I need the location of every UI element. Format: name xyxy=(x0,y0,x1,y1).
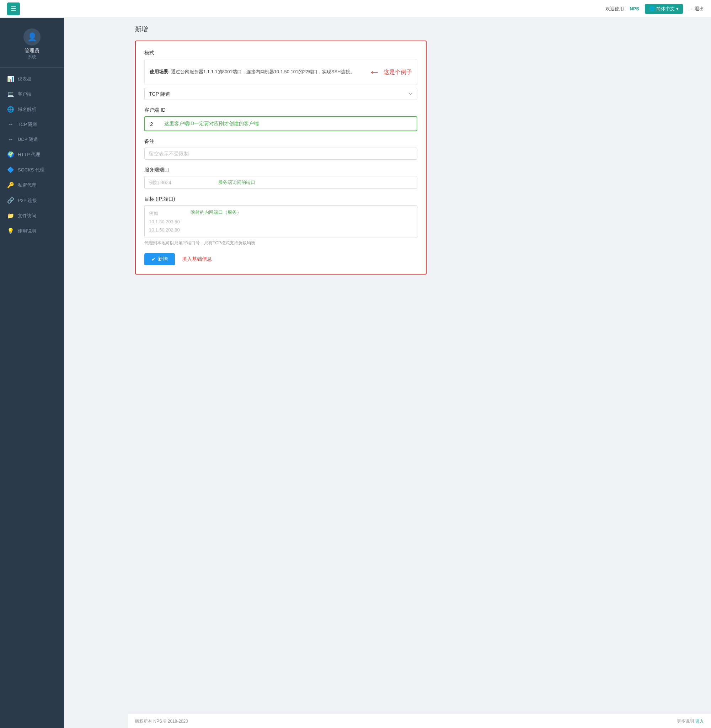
header-left: ☰ xyxy=(7,3,20,15)
mode-section: 模式 使用场景: 通过公网服务器1.1.1.1的8001端口，连接内网机器10.… xyxy=(145,50,417,100)
sidebar-item-private[interactable]: 🔑 私密代理 xyxy=(0,177,64,193)
example-text: 这是个例子 xyxy=(384,68,412,77)
hint-text: 通过公网服务器1.1.1.1的8001端口，连接内网机器10.1.50.101的… xyxy=(171,69,355,74)
welcome-text: 欢迎使用 xyxy=(605,6,624,12)
client-id-label: 客户端 ID xyxy=(145,107,417,114)
sidebar-item-docs[interactable]: 💡 使用说明 xyxy=(0,223,64,239)
target-placeholder-line2: 10.1.50.203:80 xyxy=(149,218,180,226)
dns-icon: 🌐 xyxy=(7,106,14,113)
sidebar: 👤 管理员 系统 📊 仪表盘 💻 客户端 🌐 域名解析 ↔ TCP 隧道 ↔ U… xyxy=(0,18,64,728)
udp-icon: ↔ xyxy=(7,136,14,143)
user-icon: 👤 xyxy=(27,32,37,41)
hint-right: ← 这是个例子 xyxy=(369,63,412,81)
logout-icon: → xyxy=(689,6,693,11)
user-role: 系统 xyxy=(28,54,36,60)
app-name: NPS xyxy=(630,6,639,11)
target-label: 目标 (IP:端口) xyxy=(145,196,417,202)
target-textarea-wrapper: 例如 10.1.50.203:80 10.1.50.202:80 映射的内网端口… xyxy=(145,205,417,238)
avatar: 👤 xyxy=(24,28,41,46)
menu-button[interactable]: ☰ xyxy=(7,3,20,15)
remark-label: 备注 xyxy=(145,138,417,145)
tcp-icon: ↔ xyxy=(7,121,14,128)
sidebar-item-label: 域名解析 xyxy=(18,106,36,113)
chevron-down-icon: ▾ xyxy=(676,6,679,11)
sidebar-item-tcp[interactable]: ↔ TCP 隧道 xyxy=(0,117,64,132)
client-id-hint: 这里客户端ID一定要对应刚才创建的客户端 xyxy=(164,121,259,127)
mode-select[interactable]: TCP 隧道 UDP 隧道 HTTP 代理 SOCKS 代理 私密代理 P2P … xyxy=(145,88,417,100)
sidebar-item-label: 客户端 xyxy=(18,91,32,97)
lang-label: 简体中文 xyxy=(656,6,675,12)
copyright: 版权所有 NPS © 2018-2020 xyxy=(135,718,188,724)
submit-label: 新增 xyxy=(158,256,168,263)
sidebar-user: 👤 管理员 系统 xyxy=(0,25,64,68)
page-title: 新增 xyxy=(135,25,704,33)
check-icon: ✔ xyxy=(152,256,156,262)
sidebar-item-label: 使用说明 xyxy=(18,228,36,234)
sidebar-item-label: TCP 隧道 xyxy=(18,121,37,128)
sidebar-item-label: SOCKS 代理 xyxy=(18,167,44,173)
target-hint: 映射的内网端口（服务） xyxy=(190,209,241,216)
fill-hint: 填入基础信息 xyxy=(182,256,212,263)
sidebar-item-socks[interactable]: 🔷 SOCKS 代理 xyxy=(0,162,64,177)
sidebar-item-label: P2P 连接 xyxy=(18,197,37,204)
header-right: 欢迎使用 NPS 🌐 简体中文 ▾ → 退出 xyxy=(605,4,704,14)
http-icon: 🌍 xyxy=(7,151,14,158)
sidebar-item-clients[interactable]: 💻 客户端 xyxy=(0,86,64,102)
arrow-icon: ← xyxy=(369,63,380,81)
sidebar-item-http[interactable]: 🌍 HTTP 代理 xyxy=(0,147,64,162)
sidebar-item-files[interactable]: 📁 文件访问 xyxy=(0,208,64,223)
user-name: 管理员 xyxy=(25,48,40,54)
client-id-box: 2 这里客户端ID一定要对应刚才创建的客户端 xyxy=(145,116,417,131)
sidebar-item-label: 文件访问 xyxy=(18,213,36,219)
sidebar-item-label: 仪表盘 xyxy=(18,76,32,82)
hint-label: 使用场景: xyxy=(150,69,170,74)
server-port-input-wrapper: 服务端访问的端口 xyxy=(145,176,417,189)
dashboard-icon: 📊 xyxy=(7,75,14,82)
remark-input[interactable] xyxy=(145,148,417,160)
sidebar-item-label: UDP 隧道 xyxy=(18,136,38,143)
language-button[interactable]: 🌐 简体中文 ▾ xyxy=(645,4,683,14)
footer: 版权所有 NPS © 2018-2020 更多说明 进入 xyxy=(128,714,711,728)
target-placeholder: 例如 10.1.50.203:80 10.1.50.202:80 xyxy=(149,209,180,234)
docs-icon: 💡 xyxy=(7,227,14,234)
sidebar-item-p2p[interactable]: 🔗 P2P 连接 xyxy=(0,193,64,208)
remark-field: 备注 xyxy=(145,138,417,160)
hint-left: 使用场景: 通过公网服务器1.1.1.1的8001端口，连接内网机器10.1.5… xyxy=(150,68,361,76)
client-id-section: 客户端 ID 2 这里客户端ID一定要对应刚才创建的客户端 xyxy=(145,107,417,131)
target-note: 代理到本地可以只填写端口号，只有TCP模式支持负载均衡 xyxy=(145,240,417,246)
globe-icon: 🌐 xyxy=(649,6,655,11)
clients-icon: 💻 xyxy=(7,91,14,97)
menu-icon: ☰ xyxy=(11,5,16,13)
server-port-label: 服务端端口 xyxy=(145,167,417,173)
target-placeholder-line3: 10.1.50.202:80 xyxy=(149,226,180,234)
server-port-hint: 服务端访问的端口 xyxy=(218,179,255,186)
files-icon: 📁 xyxy=(7,212,14,219)
sidebar-item-label: 私密代理 xyxy=(18,182,36,189)
private-icon: 🔑 xyxy=(7,182,14,189)
server-port-input[interactable] xyxy=(149,180,211,185)
logout-button[interactable]: → 退出 xyxy=(689,6,704,12)
enter-link[interactable]: 进入 xyxy=(695,718,704,724)
form-card: 模式 使用场景: 通过公网服务器1.1.1.1的8001端口，连接内网机器10.… xyxy=(135,41,426,275)
more-text: 更多说明 xyxy=(677,718,694,724)
sidebar-item-dns[interactable]: 🌐 域名解析 xyxy=(0,102,64,117)
footer-right: 更多说明 进入 xyxy=(677,718,704,724)
sidebar-item-udp[interactable]: ↔ UDP 隧道 xyxy=(0,132,64,147)
logout-label: 退出 xyxy=(695,6,704,12)
mode-hint-box: 使用场景: 通过公网服务器1.1.1.1的8001端口，连接内网机器10.1.5… xyxy=(145,59,417,85)
socks-icon: 🔷 xyxy=(7,167,14,173)
server-port-field: 服务端端口 服务端访问的端口 xyxy=(145,167,417,189)
header: ☰ 欢迎使用 NPS 🌐 简体中文 ▾ → 退出 xyxy=(0,0,711,18)
form-actions: ✔ 新增 填入基础信息 xyxy=(145,253,417,265)
p2p-icon: 🔗 xyxy=(7,197,14,204)
sidebar-item-dashboard[interactable]: 📊 仪表盘 xyxy=(0,71,64,86)
submit-button[interactable]: ✔ 新增 xyxy=(145,253,175,265)
mode-label: 模式 xyxy=(145,50,417,56)
client-id-value: 2 xyxy=(150,121,157,127)
target-field: 目标 (IP:端口) 例如 10.1.50.203:80 10.1.50.202… xyxy=(145,196,417,246)
target-placeholder-line1: 例如 xyxy=(149,209,180,217)
sidebar-item-label: HTTP 代理 xyxy=(18,152,40,158)
hint-row: 使用场景: 通过公网服务器1.1.1.1的8001端口，连接内网机器10.1.5… xyxy=(150,63,412,81)
main-content: 新增 模式 使用场景: 通过公网服务器1.1.1.1的8001端口，连接内网机器… xyxy=(128,18,711,714)
